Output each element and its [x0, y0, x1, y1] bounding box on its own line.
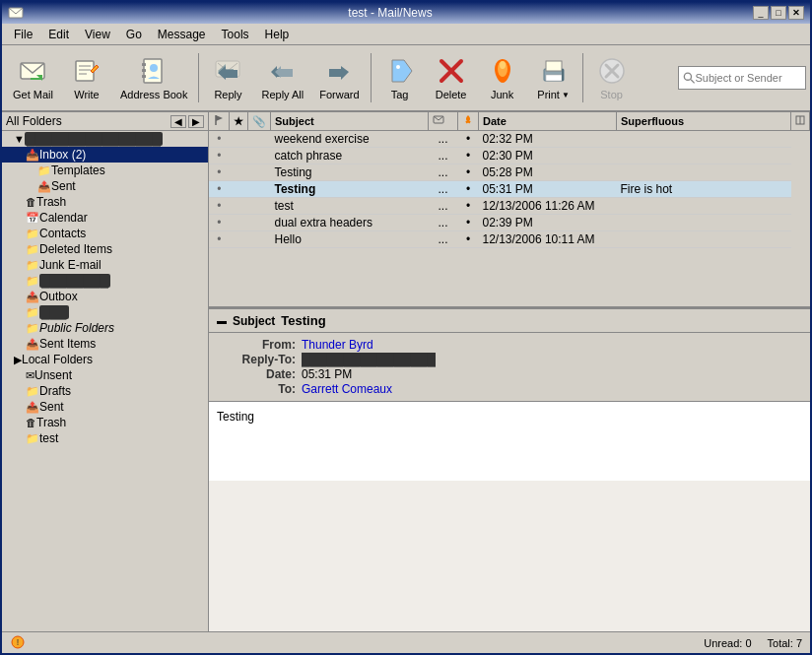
date-label: Date: — [217, 367, 296, 381]
reply-to-value: ████████████████ — [302, 353, 436, 366]
print-button[interactable]: Print ▼ — [529, 49, 578, 106]
reply-button[interactable]: Reply — [203, 49, 252, 106]
menu-tools[interactable]: Tools — [214, 26, 257, 43]
preview-subject-label: Subject — [233, 314, 275, 328]
sidebar-item-test-folder[interactable]: 📁 test — [2, 430, 208, 446]
search-input[interactable] — [696, 72, 801, 84]
folder-icon-trash-local: 🗑 — [26, 417, 36, 428]
col-star[interactable]: ★ — [230, 112, 248, 131]
reply-all-button[interactable]: Reply All — [254, 49, 310, 106]
toolbar-sep-3 — [582, 53, 583, 102]
message-row[interactable]: •catch phrase...•02:30 PM — [209, 148, 810, 164]
message-cell: ... — [429, 164, 458, 181]
print-dropdown-arrow[interactable]: ▼ — [562, 91, 570, 99]
message-row[interactable]: •test...•12/13/2006 11:26 AM — [209, 198, 810, 215]
col-extra[interactable] — [791, 112, 810, 131]
preview-collapse-button[interactable]: ▬ — [217, 315, 227, 326]
window-title: test - Mail/News — [28, 6, 753, 20]
sidebar-item-sent-local[interactable]: 📤 Sent — [2, 399, 208, 415]
tag-label: Tag — [391, 89, 409, 100]
tag-button[interactable]: Tag — [375, 49, 425, 106]
sidebar-item-redacted2[interactable]: 📁 ███ — [2, 304, 208, 320]
message-cell: • — [209, 181, 230, 198]
col-attach[interactable]: 📎 — [248, 112, 271, 131]
col-addr[interactable] — [429, 112, 458, 131]
message-row[interactable]: •Hello...•12/13/2006 10:11 AM — [209, 231, 810, 248]
sidebar-item-trash-local[interactable]: 🗑 Trash — [2, 415, 208, 430]
folder-label-redacted2: ███ — [39, 305, 69, 319]
message-cell: 12/13/2006 10:11 AM — [479, 231, 617, 248]
maximize-button[interactable]: □ — [771, 6, 786, 20]
sidebar-prev-button[interactable]: ◀ — [170, 115, 186, 128]
status-left: ! — [10, 634, 26, 652]
sidebar-item-templates[interactable]: 📁 Templates — [2, 163, 208, 178]
message-cell: • — [209, 215, 230, 231]
sidebar-item-trash-sub[interactable]: 🗑 Trash — [2, 194, 208, 210]
message-cell — [617, 198, 791, 215]
col-superfluous[interactable]: Superfluous — [617, 112, 791, 131]
forward-button[interactable]: Forward — [312, 49, 366, 106]
folder-label-test-folder: test — [39, 431, 58, 445]
sidebar-item-calendar[interactable]: 📅 Calendar — [2, 210, 208, 226]
col-flag[interactable] — [209, 112, 230, 131]
search-icon — [683, 71, 696, 85]
to-link[interactable]: Garrett Comeaux — [302, 382, 392, 396]
minimize-button[interactable]: _ — [753, 6, 769, 20]
sidebar-item-inbox[interactable]: 📥 Inbox (2) — [2, 147, 208, 163]
sidebar-item-junk-email[interactable]: 📁 Junk E-mail — [2, 257, 208, 273]
from-value: Thunder Byrd — [302, 338, 373, 352]
sidebar-item-local-folders[interactable]: ▶ Local Folders — [2, 352, 208, 367]
sidebar-item-drafts[interactable]: 📁 Drafts — [2, 383, 208, 399]
svg-rect-28 — [562, 69, 564, 81]
message-row[interactable]: •Testing...•05:28 PM — [209, 164, 810, 181]
menu-help[interactable]: Help — [257, 26, 298, 43]
menu-file[interactable]: File — [6, 26, 40, 43]
svg-point-32 — [684, 73, 691, 80]
address-book-button[interactable]: Address Book — [113, 49, 194, 106]
sidebar-item-deleted-items[interactable]: 📁 Deleted Items — [2, 241, 208, 257]
message-row[interactable]: •weekend exercise...•02:32 PM — [209, 131, 810, 148]
col-date[interactable]: Date — [479, 112, 617, 131]
preview-date-field: Date: 05:31 PM — [217, 367, 802, 381]
folder-icon-calendar: 📅 — [26, 212, 39, 225]
unread-count: 0 — [745, 637, 751, 649]
window-controls[interactable]: _ □ ✕ — [753, 6, 804, 20]
stop-button[interactable]: Stop — [587, 49, 637, 106]
menu-edit[interactable]: Edit — [40, 26, 77, 43]
sidebar-item-account-root[interactable]: ▼ ████████████████ — [2, 131, 208, 147]
folder-label-drafts: Drafts — [39, 384, 71, 398]
message-row[interactable]: •Testing...•05:31 PMFire is hot — [209, 181, 810, 198]
folder-label-junk-email: Junk E-mail — [39, 258, 102, 272]
unread-status: Unread: 0 — [704, 637, 751, 649]
col-subject[interactable]: Subject — [271, 112, 429, 131]
folder-icon-public-folders: 📁 — [26, 322, 39, 335]
message-cell — [617, 164, 791, 181]
svg-rect-10 — [142, 63, 146, 66]
to-label: To: — [217, 382, 296, 396]
message-list[interactable]: ★ 📎 Subject Date Superfluous — [209, 112, 810, 309]
write-button[interactable]: Write — [62, 49, 111, 106]
get-mail-button[interactable]: Get Mail — [6, 49, 60, 106]
print-icon — [538, 55, 570, 87]
close-button[interactable]: ✕ — [788, 6, 804, 20]
search-box[interactable] — [678, 66, 806, 90]
menu-view[interactable]: View — [77, 26, 118, 43]
sidebar-item-redacted1[interactable]: 📁 ████████ — [2, 273, 208, 289]
junk-button[interactable]: Junk — [478, 49, 527, 106]
to-value: Garrett Comeaux — [302, 382, 392, 396]
col-flame[interactable] — [458, 112, 479, 131]
from-link[interactable]: Thunder Byrd — [302, 338, 373, 352]
svg-marker-19 — [329, 66, 349, 80]
message-row[interactable]: •dual extra headers...•02:39 PM — [209, 215, 810, 231]
sidebar-item-sent-sub[interactable]: 📤 Sent — [2, 178, 208, 194]
sidebar-next-button[interactable]: ▶ — [188, 115, 204, 128]
sidebar-item-outbox[interactable]: 📤 Outbox — [2, 289, 208, 304]
status-icon: ! — [10, 634, 26, 650]
sidebar-item-public-folders[interactable]: 📁 Public Folders — [2, 320, 208, 336]
delete-button[interactable]: Delete — [427, 49, 476, 106]
menu-message[interactable]: Message — [150, 26, 214, 43]
sidebar-item-sent-items[interactable]: 📤 Sent Items — [2, 336, 208, 352]
sidebar-item-unsent[interactable]: ✉ Unsent — [2, 367, 208, 383]
menu-go[interactable]: Go — [118, 26, 150, 43]
sidebar-item-contacts[interactable]: 📁 Contacts — [2, 226, 208, 241]
